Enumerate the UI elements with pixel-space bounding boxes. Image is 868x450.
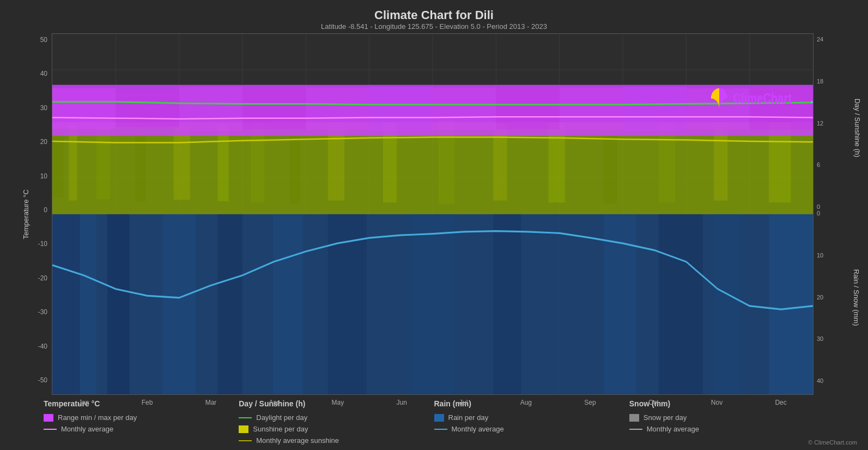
daylight-line — [239, 417, 252, 418]
chart-container: Climate Chart for Dili Latitude -8.541 -… — [0, 0, 868, 450]
svg-rect-25 — [80, 214, 96, 395]
chart-subtitle: Latitude -8.541 - Longitude 125.675 - El… — [11, 22, 857, 31]
svg-rect-61 — [369, 87, 433, 131]
rain-avg-line — [434, 429, 447, 430]
legend-temp-range: Range min / max per day — [44, 413, 239, 422]
legend-sunshine-avg: Monthly average sunshine — [239, 436, 434, 445]
legend-daylight: Daylight per day — [239, 413, 434, 422]
svg-rect-28 — [217, 214, 242, 395]
svg-rect-43 — [217, 125, 228, 201]
svg-rect-59 — [242, 88, 306, 129]
chart-main: ClimeChart .com ClimeChart .com Jan Feb … — [52, 33, 814, 395]
svg-rect-40 — [96, 128, 110, 199]
legend-sunshine-day: Sunshine per day — [239, 425, 434, 433]
legend-snow-avg: Monthly average — [629, 425, 824, 433]
svg-rect-63 — [496, 88, 559, 129]
chart-svg: ClimeChart .com ClimeChart .com — [52, 34, 813, 394]
svg-rect-31 — [411, 214, 455, 395]
copyright: © ClimeChart.com — [808, 439, 857, 446]
svg-rect-57 — [116, 89, 179, 127]
svg-rect-35 — [714, 214, 742, 395]
rain-swatch — [434, 414, 444, 422]
svg-rect-26 — [107, 214, 129, 395]
svg-rect-27 — [162, 214, 196, 395]
svg-rect-42 — [174, 127, 190, 200]
svg-text:ClimeChart: ClimeChart — [733, 91, 792, 106]
legend-rain-day: Rain per day — [434, 413, 629, 422]
svg-rect-60 — [306, 88, 369, 130]
legend-snow-day: Snow per day — [629, 413, 824, 422]
snow-avg-line — [629, 429, 642, 430]
y-axis-right: 24 18 12 6 0 0 10 20 30 40 Day / Sunshin… — [814, 33, 857, 395]
y-axis-left-label: Temperature °C — [22, 189, 30, 239]
temp-avg-line — [44, 429, 57, 430]
svg-rect-36 — [769, 214, 813, 395]
svg-rect-37 — [52, 122, 813, 214]
svg-rect-29 — [273, 214, 304, 395]
sunshine-avg-line — [239, 440, 252, 441]
temp-range-swatch — [44, 414, 53, 422]
chart-title: Climate Chart for Dili — [11, 8, 857, 22]
svg-rect-64 — [560, 88, 623, 130]
legend-temp-avg: Monthly average — [44, 425, 239, 433]
svg-rect-39 — [69, 125, 77, 200]
y-axis-right-sunshine-label: Day / Sunshine (h) — [854, 98, 862, 157]
svg-rect-65 — [623, 87, 686, 131]
svg-rect-58 — [179, 87, 242, 131]
snow-swatch — [629, 414, 639, 422]
svg-rect-38 — [52, 129, 63, 197]
y-axis-right-rain-label: Rain / Snow (mm) — [852, 269, 860, 326]
svg-rect-62 — [433, 88, 496, 130]
sunshine-swatch — [239, 425, 248, 433]
svg-rect-56 — [52, 88, 116, 129]
svg-rect-24 — [52, 214, 80, 395]
legend-rain-avg: Monthly average — [434, 425, 629, 433]
svg-rect-32 — [493, 214, 521, 395]
chart-area-wrapper: Temperature °C 50 40 30 20 10 0 -10 -20 … — [11, 33, 857, 395]
svg-text:.com: .com — [810, 91, 813, 106]
x-axis: Jan Feb Mar Apr May Jun Jul Aug Sep Oct … — [52, 397, 813, 409]
svg-rect-34 — [659, 214, 703, 395]
